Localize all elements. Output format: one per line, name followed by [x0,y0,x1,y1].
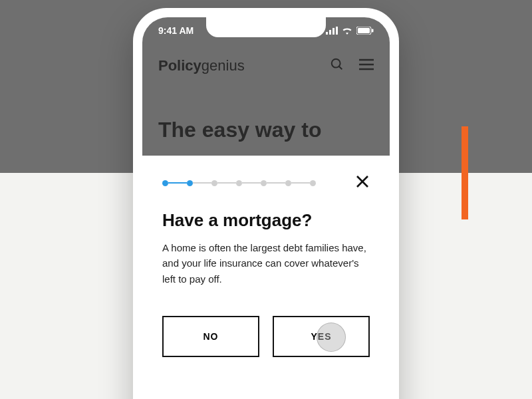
progress-segment [193,182,211,184]
brand-logo: Policygenius [158,57,245,74]
search-icon[interactable] [330,57,344,74]
progress-dot [261,180,267,186]
progress-segment [267,182,285,184]
svg-rect-5 [358,28,370,33]
progress-dot [236,180,242,186]
option-no[interactable]: NO [162,316,259,357]
svg-line-8 [339,66,342,70]
question-body: A home is often the largest debt familie… [162,240,370,287]
question-title: Have a mortgage? [162,210,370,231]
brand-part1: Policy [158,57,201,74]
wifi-icon [342,27,352,35]
hero-heading: The easy way to [158,117,374,142]
option-yes-label: YES [311,331,331,342]
svg-rect-2 [332,28,334,35]
brand-part2: genius [201,57,245,74]
progress-segment [291,182,310,184]
phone-screen: 9:41 AM Policygenius The easy way to [142,17,390,399]
option-no-label: NO [203,331,219,342]
question-modal: Have a mortgage? A home is often the lar… [142,156,390,399]
progress-dot [285,180,291,186]
close-icon[interactable] [355,174,370,192]
progress-segment [168,182,187,184]
progress-segment [217,182,236,184]
svg-point-7 [332,59,340,68]
svg-rect-0 [326,32,328,35]
options-row: NO YES [162,316,370,357]
svg-rect-3 [336,27,338,35]
accent-bar [462,126,468,219]
progress-dot [211,180,217,186]
phone-frame: 9:41 AM Policygenius The easy way to [133,8,399,399]
phone-notch [206,17,326,37]
battery-icon [356,27,374,35]
svg-rect-6 [372,29,374,33]
status-icons [326,27,374,35]
progress-segment [242,182,261,184]
progress-dot [187,180,193,186]
progress-dot [310,180,316,186]
option-yes[interactable]: YES [273,316,370,357]
menu-icon[interactable] [359,59,374,73]
progress-dot [162,180,168,186]
progress-steps [162,180,316,186]
signal-icon [326,27,338,35]
svg-rect-1 [329,30,331,35]
app-header: Policygenius [142,51,390,81]
status-time: 9:41 AM [158,25,194,36]
